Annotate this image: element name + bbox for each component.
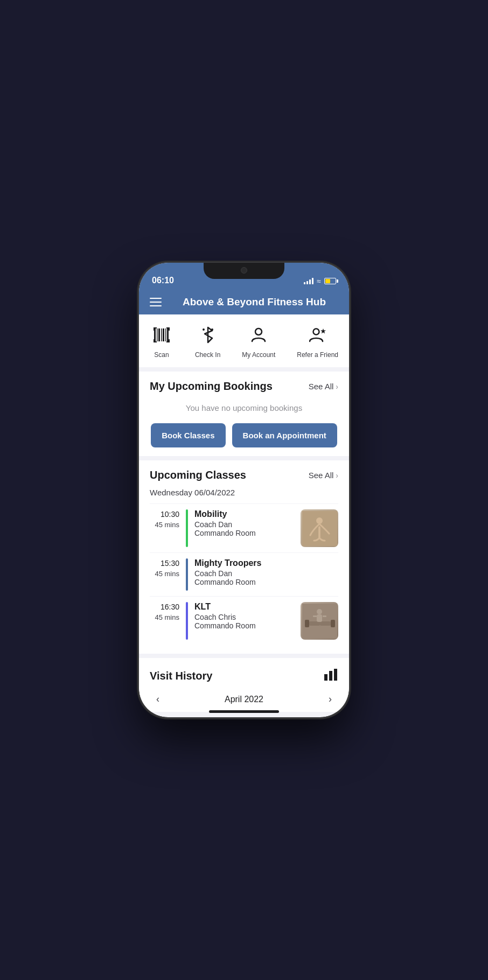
visit-history-title: Visit History [150, 670, 212, 682]
svg-rect-12 [154, 339, 155, 342]
class-bar-1 [186, 509, 188, 547]
class-time-2: 15:30 45 mins [150, 558, 179, 591]
svg-rect-22 [305, 620, 309, 627]
prev-month-button[interactable]: ‹ [152, 691, 164, 707]
bluetooth-icon [196, 323, 220, 347]
chevron-right-icon-2: › [336, 471, 338, 480]
calendar-month: April 2022 [225, 695, 263, 704]
status-time: 06:10 [152, 276, 174, 285]
phone-shell: 06:10 ≈ Above & Beyond Fitness Hub [139, 263, 349, 717]
notch [204, 263, 284, 279]
quick-actions: Scan Check In [139, 314, 349, 372]
refer-label: Refer a Friend [297, 351, 338, 359]
svg-point-20 [316, 517, 323, 524]
booking-buttons: Book Classes Book an Appointment [150, 421, 338, 447]
svg-rect-2 [158, 328, 160, 341]
svg-rect-29 [323, 615, 326, 617]
class-thumbnail-1 [301, 509, 338, 547]
chevron-right-icon: › [336, 382, 338, 391]
svg-rect-4 [163, 328, 164, 341]
svg-rect-14 [169, 339, 170, 342]
visit-history-section: Visit History ‹ April 2022 › [139, 658, 349, 712]
svg-rect-28 [313, 615, 317, 617]
svg-rect-31 [329, 671, 332, 681]
visit-history-header: Visit History [150, 667, 338, 685]
class-item-klt[interactable]: 16:30 45 mins KLT Coach Chris Commando R… [150, 596, 338, 645]
class-time-1: 10:30 45 mins [150, 509, 179, 547]
wifi-icon: ≈ [317, 277, 321, 285]
class-info-2: Mighty Troopers Coach Dan Commando Room [194, 558, 338, 591]
person-icon [247, 323, 270, 347]
menu-button[interactable] [150, 298, 162, 306]
checkin-label: Check In [195, 351, 220, 359]
book-classes-button[interactable]: Book Classes [151, 423, 225, 447]
home-indicator [209, 710, 279, 713]
svg-rect-10 [169, 327, 170, 331]
class-item-mobility[interactable]: 10:30 45 mins Mobility Coach Dan Command… [150, 503, 338, 552]
svg-rect-6 [167, 328, 169, 341]
svg-point-26 [317, 609, 322, 614]
svg-point-15 [203, 328, 205, 331]
class-item-mighty-troopers[interactable]: 15:30 45 mins Mighty Troopers Coach Dan … [150, 552, 338, 596]
bookings-title: My Upcoming Bookings [150, 380, 273, 393]
person-star-icon [306, 323, 330, 347]
battery-icon [324, 278, 336, 284]
class-info-3: KLT Coach Chris Commando Room [194, 602, 294, 640]
class-bar-2 [186, 558, 188, 591]
quick-action-refer[interactable]: Refer a Friend [297, 323, 338, 359]
svg-point-16 [211, 328, 213, 331]
scan-label: Scan [154, 351, 169, 359]
upcoming-classes-section: Upcoming Classes See All › Wednesday 06/… [139, 460, 349, 654]
svg-rect-8 [154, 327, 155, 331]
svg-rect-1 [157, 328, 158, 341]
classes-title: Upcoming Classes [150, 469, 246, 481]
quick-action-scan[interactable]: Scan [150, 323, 173, 359]
upcoming-bookings-section: My Upcoming Bookings See All › You have … [139, 372, 349, 456]
classes-see-all[interactable]: See All › [309, 471, 338, 480]
classes-header: Upcoming Classes See All › [150, 469, 338, 481]
myaccount-label: My Account [242, 351, 275, 359]
quick-action-myaccount[interactable]: My Account [242, 323, 275, 359]
next-month-button[interactable]: › [324, 691, 336, 707]
phone-screen: 06:10 ≈ Above & Beyond Fitness Hub [139, 263, 349, 717]
svg-point-17 [255, 328, 262, 335]
barcode-icon [150, 323, 173, 347]
svg-rect-30 [324, 674, 327, 681]
signal-icon [304, 278, 313, 284]
class-time-3: 16:30 45 mins [150, 602, 179, 640]
bookings-see-all[interactable]: See All › [309, 382, 338, 391]
class-bar-3 [186, 602, 188, 640]
svg-rect-32 [334, 669, 337, 681]
scroll-content[interactable]: Scan Check In [139, 314, 349, 712]
app-title: Above & Beyond Fitness Hub [170, 296, 338, 308]
no-bookings-message: You have no upcoming bookings [150, 399, 338, 421]
svg-point-18 [313, 329, 319, 335]
svg-rect-27 [317, 614, 322, 622]
svg-rect-23 [309, 621, 320, 626]
calendar-nav: ‹ April 2022 › [150, 685, 338, 712]
class-thumbnail-3 [301, 602, 338, 640]
classes-date: Wednesday 06/04/2022 [150, 488, 338, 497]
bar-chart-icon[interactable] [323, 667, 338, 685]
app-header: Above & Beyond Fitness Hub [139, 290, 349, 314]
bookings-header: My Upcoming Bookings See All › [150, 380, 338, 393]
svg-rect-25 [331, 620, 335, 627]
book-appointment-button[interactable]: Book an Appointment [232, 423, 337, 447]
svg-rect-3 [161, 328, 162, 341]
svg-rect-5 [165, 328, 166, 341]
class-info-1: Mobility Coach Dan Commando Room [194, 509, 294, 547]
status-icons: ≈ [304, 277, 336, 285]
battery-fill [325, 279, 330, 283]
camera [241, 267, 247, 274]
svg-rect-24 [320, 621, 331, 626]
quick-action-checkin[interactable]: Check In [195, 323, 220, 359]
